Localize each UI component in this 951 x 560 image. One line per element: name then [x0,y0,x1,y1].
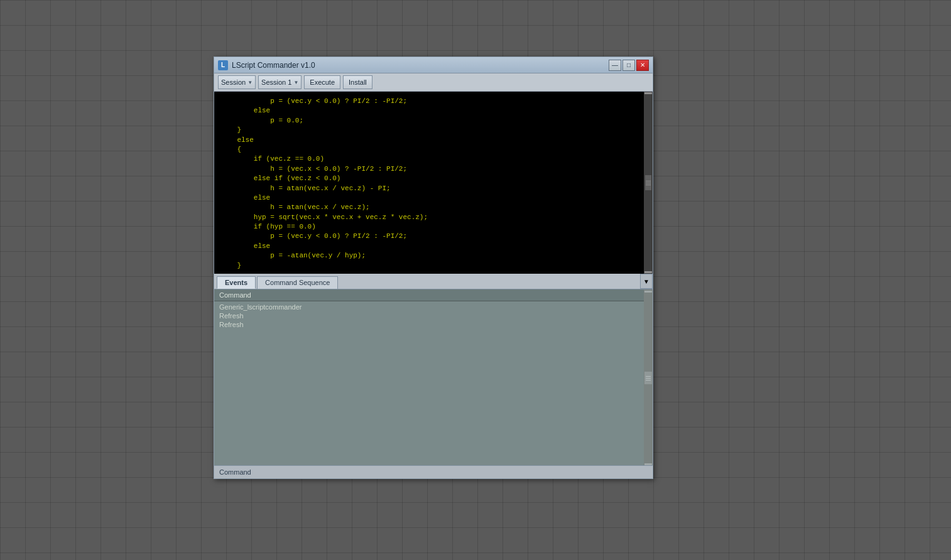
code-editor[interactable]: p = (vec.y < 0.0) ? PI/2 : -PI/2; else p… [214,92,644,274]
toolbar: Session ▼ Session 1 ▼ Execute Install [214,73,653,92]
code-content: p = (vec.y < 0.0) ? PI/2 : -PI/2; else p… [220,97,638,274]
execute-button[interactable]: Execute [304,75,340,89]
session-dropdown-arrow: ▼ [247,80,253,85]
events-panel: Command Generic_lscriptcommander Refresh… [214,289,653,465]
window-title: LScript Commander v1.0 [232,61,315,70]
events-scrollbar-vertical[interactable] [644,289,653,465]
close-button[interactable]: ✕ [636,60,649,71]
tabs-bar: Events Command Sequence ▼ [214,274,653,289]
session1-dropdown[interactable]: Session 1 ▼ [258,75,302,89]
events-list: Generic_lscriptcommander Refresh Refresh [214,301,644,330]
list-item: Generic_lscriptcommander [217,303,641,311]
tab-scroll-button[interactable]: ▼ [640,274,653,289]
events-body [214,330,644,465]
session1-dropdown-arrow: ▼ [293,80,298,85]
window-controls: — □ ✕ [609,60,649,71]
tab-events[interactable]: Events [217,276,256,289]
list-item: Refresh [217,320,641,329]
session-dropdown[interactable]: Session ▼ [218,75,256,89]
code-editor-wrapper: p = (vec.y < 0.0) ? PI/2 : -PI/2; else p… [214,92,653,274]
maximize-button[interactable]: □ [622,60,635,71]
title-bar: L LScript Commander v1.0 — □ ✕ [214,57,653,73]
events-header: Command [214,289,644,301]
install-button[interactable]: Install [343,75,372,89]
command-bar: Command [214,465,653,478]
tab-command-sequence[interactable]: Command Sequence [257,276,338,289]
app-icon: L [218,60,228,70]
list-item: Refresh [217,311,641,320]
main-window: L LScript Commander v1.0 — □ ✕ Session ▼… [214,57,653,479]
command-label: Command [219,468,251,476]
title-bar-left: L LScript Commander v1.0 [218,60,315,70]
code-scrollbar-vertical[interactable] [644,92,653,274]
minimize-button[interactable]: — [609,60,621,71]
